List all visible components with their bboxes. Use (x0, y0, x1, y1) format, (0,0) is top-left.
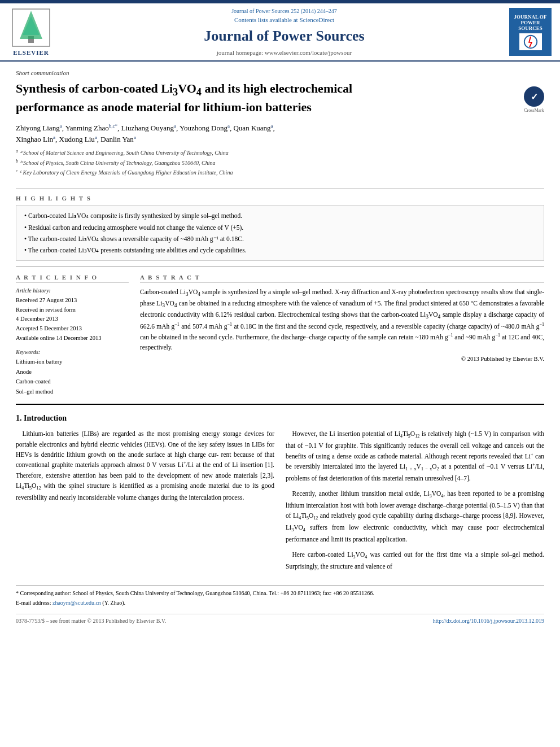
elsevier-text: ELSEVIER (13, 49, 49, 56)
accepted-date: Accepted 5 December 2013 (16, 324, 129, 334)
power-sources-icon (520, 34, 541, 50)
keyword-4: Sol–gel method (16, 387, 129, 397)
logo-box-image (519, 33, 542, 50)
highlights-list: Carbon-coated Li₃VO₄ composite is firstl… (24, 210, 536, 255)
highlight-item-2: Residual carbon and reducing atmosphere … (24, 222, 536, 233)
section-label: Short communication (16, 69, 544, 76)
abstract-text: Carbon-coated Li3VO4 sample is synthesiz… (140, 287, 544, 353)
affiliation-c: c ᶜ Key Laboratory of Clean Energy Mater… (16, 168, 516, 177)
footer-doi: http://dx.doi.org/10.1016/j.jpowsour.201… (433, 618, 544, 624)
affiliation-b: b ᵇ School of Physics, South China Unive… (16, 158, 516, 168)
sciencedirect-line: Contents lists available at ScienceDirec… (234, 16, 334, 23)
authors-line: Zhiyong Lianga, Yanming Zhaob,c*, Liuzha… (16, 123, 516, 145)
doi-line: Journal of Power Sources 252 (2014) 244–… (231, 8, 337, 14)
history-label: Article history: (16, 287, 129, 294)
logo-box-text: JOURNAL OFPOWERSOURCES (514, 14, 547, 31)
highlight-item-3: The carbon-coated Li₃VO₄ shows a reversi… (24, 233, 536, 244)
intro-right-para-2: Recently, another lithium transition met… (286, 488, 544, 545)
received-date: Received 27 August 2013 (16, 296, 129, 305)
crossmark-badge: ✓ CrossMark (524, 86, 544, 113)
homepage-line: journal homepage: www.elsevier.com/locat… (217, 49, 352, 56)
sciencedirect-link-text[interactable]: ScienceDirect (299, 16, 334, 23)
email-link[interactable]: zhaoym@scut.edu.cn (53, 600, 101, 606)
abstract-col: A B S T R A C T Carbon-coated Li3VO4 sam… (140, 274, 544, 397)
elsevier-tree-icon (11, 8, 51, 47)
article-info-col: A R T I C L E I N F O Article history: R… (16, 274, 129, 397)
intro-two-col: Lithium-ion batteries (LIBs) are regarde… (16, 429, 544, 576)
title-text: Synthesis of carbon-coated Li3VO4 and it… (16, 81, 544, 183)
intro-right-col: However, the Li insertion potential of L… (286, 429, 544, 576)
divider-1 (16, 189, 544, 189)
elsevier-logo: ELSEVIER (6, 8, 56, 56)
journal-logo-box: JOURNAL OFPOWERSOURCES (509, 8, 552, 56)
journal-center: Journal of Power Sources 252 (2014) 244–… (62, 8, 506, 56)
highlights-box: Carbon-coated Li₃VO₄ composite is firstl… (16, 205, 544, 260)
affiliations: a ᵃ School of Material Science and Engin… (16, 148, 516, 177)
intro-right-para-1: However, the Li insertion potential of L… (286, 429, 544, 483)
keyword-2: Anode (16, 367, 129, 377)
intro-left-col: Lithium-ion batteries (LIBs) are regarde… (16, 429, 274, 576)
footer-bar: 0378-7753/$ – see front matter © 2013 Pu… (16, 614, 544, 624)
divider-3 (16, 404, 544, 405)
journal-logo-right: JOURNAL OFPOWERSOURCES (506, 8, 554, 56)
footnote-corresponding: * Corresponding author: School of Physic… (16, 589, 544, 597)
intro-left-para-1: Lithium-ion batteries (LIBs) are regarde… (16, 429, 274, 503)
footer-doi-link[interactable]: http://dx.doi.org/10.1016/j.jpowsour.201… (433, 618, 544, 624)
info-abstract-cols: A R T I C L E I N F O Article history: R… (16, 274, 544, 397)
keywords-label: Keywords: (16, 349, 129, 355)
received-revised-label: Received in revised form (16, 305, 129, 315)
abstract-title: A B S T R A C T (140, 274, 544, 283)
article-info-title: A R T I C L E I N F O (16, 274, 129, 283)
introduction-section: 1. Introduction Lithium-ion batteries (L… (16, 414, 544, 576)
highlights-title: H I G H L I G H T S (16, 195, 544, 202)
crossmark-label: CrossMark (524, 108, 544, 113)
keyword-3: Carbon-coated (16, 377, 129, 387)
highlight-item-4: The carbon-coated Li₃VO₄ presents outsta… (24, 244, 536, 256)
title-row: Synthesis of carbon-coated Li3VO4 and it… (16, 81, 544, 183)
journal-title: Journal of Power Sources (204, 28, 364, 45)
contents-text: Contents lists available at (234, 16, 298, 23)
received-revised-date: 4 December 2013 (16, 314, 129, 324)
journal-header: ELSEVIER Journal of Power Sources 252 (2… (0, 3, 560, 62)
keyword-1: Lithium-ion battery (16, 357, 129, 367)
intro-title: 1. Introduction (16, 414, 544, 423)
copyright-line: © 2013 Published by Elsevier B.V. (140, 356, 544, 362)
intro-right-para-3: Here carbon-coated Li3VO4 was carried ou… (286, 549, 544, 571)
available-online-date: Available online 14 December 2013 (16, 334, 129, 343)
page: ELSEVIER Journal of Power Sources 252 (2… (0, 0, 560, 747)
affiliation-a: a ᵃ School of Material Science and Engin… (16, 148, 516, 158)
footnote-area: * Corresponding author: School of Physic… (16, 585, 544, 607)
divider-2 (16, 267, 544, 267)
footer-issn: 0378-7753/$ – see front matter © 2013 Pu… (16, 618, 166, 624)
highlight-item-1: Carbon-coated Li₃VO₄ composite is firstl… (24, 210, 536, 221)
highlights-section: H I G H L I G H T S Carbon-coated Li₃VO₄… (16, 195, 544, 260)
article-content: Short communication Synthesis of carbon-… (0, 62, 560, 632)
crossmark-icon: ✓ (524, 86, 544, 107)
footnote-email: E-mail address: zhaoym@scut.edu.cn (Y. Z… (16, 599, 544, 607)
article-title: Synthesis of carbon-coated Li3VO4 and it… (16, 81, 516, 116)
